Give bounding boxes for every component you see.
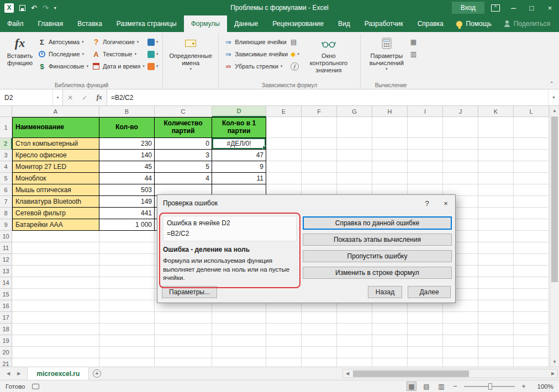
ribbon-tab-formulas[interactable]: Формулы xyxy=(184,15,227,32)
cell-D17[interactable] xyxy=(212,312,266,324)
row-header-8[interactable]: 8 xyxy=(0,208,12,219)
cell-I21[interactable] xyxy=(408,358,443,367)
cell-K9[interactable] xyxy=(478,219,514,231)
cell-A13[interactable] xyxy=(12,266,99,277)
column-header-H[interactable]: H xyxy=(372,106,408,117)
cell-L2[interactable] xyxy=(514,138,549,150)
cell-E3[interactable] xyxy=(266,150,302,161)
cell-H19[interactable] xyxy=(372,335,408,347)
cell-K4[interactable] xyxy=(478,161,514,173)
cell-G2[interactable] xyxy=(337,138,372,150)
column-header-E[interactable]: E xyxy=(266,106,302,117)
row-header-20[interactable]: 20 xyxy=(0,347,12,358)
cell-F1[interactable] xyxy=(302,117,337,138)
cell-L13[interactable] xyxy=(514,266,549,277)
cell-L8[interactable] xyxy=(514,208,549,219)
zoom-slider[interactable] xyxy=(464,386,515,387)
cell-A20[interactable] xyxy=(12,347,99,358)
cell-E2[interactable] xyxy=(266,138,302,150)
save-icon[interactable] xyxy=(19,5,25,11)
cell-B13[interactable] xyxy=(99,266,155,277)
row-header-6[interactable]: 6 xyxy=(0,184,12,196)
excel-app-icon[interactable]: X xyxy=(4,3,14,13)
row-header-4[interactable]: 4 xyxy=(0,161,12,173)
row-header-10[interactable]: 10 xyxy=(0,231,12,242)
cell-B9[interactable]: 1 000 xyxy=(99,219,155,231)
cell-B1[interactable]: Кол-во xyxy=(99,117,155,138)
cell-E20[interactable] xyxy=(266,347,302,358)
cell-B20[interactable] xyxy=(99,347,155,358)
cell-I18[interactable] xyxy=(408,324,443,335)
cell-H20[interactable] xyxy=(372,347,408,358)
cell-K11[interactable] xyxy=(478,242,514,254)
cell-H5[interactable] xyxy=(372,173,408,184)
calculation-options-button[interactable]: Параметры вычислений ▾ xyxy=(364,34,409,80)
cell-L14[interactable] xyxy=(514,277,549,289)
cell-A19[interactable] xyxy=(12,335,99,347)
cell-K15[interactable] xyxy=(478,289,514,300)
cell-G18[interactable] xyxy=(337,324,372,335)
expand-formula-bar-icon[interactable]: ▾ xyxy=(548,89,559,105)
insert-function-button[interactable]: fx Вставить функцию xyxy=(4,34,36,80)
cell-K8[interactable] xyxy=(478,208,514,219)
help-on-error-button[interactable]: Справка по данной ошибке xyxy=(303,216,452,230)
row-header-21[interactable]: 21 xyxy=(0,358,12,367)
ribbon-tab-file[interactable]: Файл xyxy=(0,15,31,32)
financial-button[interactable]: $ Финансовые ▾ xyxy=(36,60,90,72)
cell-L18[interactable] xyxy=(514,324,549,335)
sign-in-button[interactable]: Вход xyxy=(452,2,484,14)
maximize-button[interactable]: □ xyxy=(523,0,541,15)
cell-F3[interactable] xyxy=(302,150,337,161)
cell-D5[interactable]: 11 xyxy=(212,173,266,184)
cell-J4[interactable] xyxy=(443,161,478,173)
cell-E21[interactable] xyxy=(266,358,302,367)
ribbon-tab-help[interactable]: Справка xyxy=(410,15,451,32)
ribbon-tab-data[interactable]: Данные xyxy=(227,15,265,32)
cell-K5[interactable] xyxy=(478,173,514,184)
ribbon-tab-developer[interactable]: Разработчик xyxy=(357,15,410,32)
options-button[interactable]: Параметры... xyxy=(162,286,217,298)
cell-A12[interactable] xyxy=(12,254,99,266)
cell-K12[interactable] xyxy=(478,254,514,266)
calculate-now-button[interactable]: ▦ xyxy=(409,36,418,48)
cell-K18[interactable] xyxy=(478,324,514,335)
cell-D20[interactable] xyxy=(212,347,266,358)
normal-view-icon[interactable]: ▦ xyxy=(407,382,416,391)
cell-I19[interactable] xyxy=(408,335,443,347)
cell-F4[interactable] xyxy=(302,161,337,173)
cell-L21[interactable] xyxy=(514,358,549,367)
watch-window-button[interactable]: Окно контрольного значения xyxy=(300,34,357,80)
minimize-button[interactable]: ─ xyxy=(504,0,523,15)
zoom-out-icon[interactable]: − xyxy=(451,382,459,390)
cell-I1[interactable] xyxy=(408,117,443,138)
trace-precedents-button[interactable]: ⇒ Влияющие ячейки xyxy=(222,36,289,48)
sheet-tab-microexcel[interactable]: microexcel.ru xyxy=(27,367,89,380)
cell-C2[interactable]: 0 xyxy=(155,138,212,150)
horizontal-scrollbar[interactable]: ◀ ▶ xyxy=(342,369,558,378)
cell-D18[interactable] xyxy=(212,324,266,335)
cell-A21[interactable] xyxy=(12,358,99,367)
cell-I5[interactable] xyxy=(408,173,443,184)
row-header-14[interactable]: 14 xyxy=(0,277,12,289)
cell-I17[interactable] xyxy=(408,312,443,324)
back-button[interactable]: Назад xyxy=(368,286,402,298)
cell-A9[interactable]: Батарейки AAA xyxy=(12,219,99,231)
tell-me-button[interactable]: Помощь xyxy=(456,20,491,28)
error-checking-button[interactable]: ◆ ▾ xyxy=(289,48,300,60)
cell-H4[interactable] xyxy=(372,161,408,173)
cell-A14[interactable] xyxy=(12,277,99,289)
cell-D2[interactable]: #ДЕЛ/0! xyxy=(212,138,266,150)
cell-B2[interactable]: 230 xyxy=(99,138,155,150)
more-functions-button[interactable]: ▾ xyxy=(146,60,160,72)
evaluate-formula-button[interactable]: ƒ xyxy=(289,60,300,72)
cell-A3[interactable]: Кресло офисное xyxy=(12,150,99,161)
column-header-I[interactable]: I xyxy=(408,106,443,117)
calculate-sheet-button[interactable]: ▥ xyxy=(409,48,418,60)
cell-L7[interactable] xyxy=(514,196,549,208)
cell-G3[interactable] xyxy=(337,150,372,161)
cell-F17[interactable] xyxy=(302,312,337,324)
ribbon-tab-view[interactable]: Вид xyxy=(331,15,357,32)
cell-B5[interactable]: 44 xyxy=(99,173,155,184)
cancel-icon[interactable]: ✕ xyxy=(67,94,73,102)
select-all-button[interactable] xyxy=(0,106,12,117)
